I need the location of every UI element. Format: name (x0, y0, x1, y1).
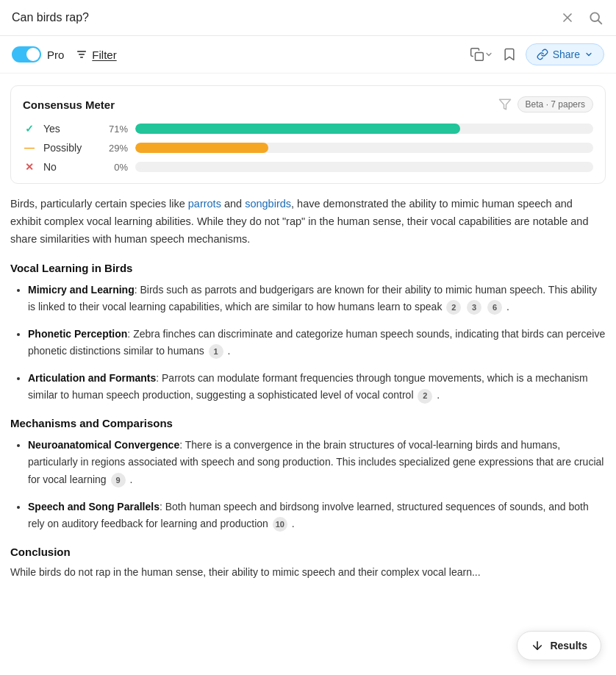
cite-badge[interactable]: 3 (467, 300, 481, 315)
answer-text: Birds, particularly certain species like… (10, 196, 606, 249)
songbirds-link[interactable]: songbirds (245, 198, 291, 210)
possibly-bar-fill (135, 143, 268, 153)
clear-button[interactable] (559, 9, 576, 26)
consensus-title: Consensus Meter (23, 99, 115, 111)
bullet-bold: Mimicry and Learning (28, 284, 135, 296)
parrots-link[interactable]: parrots (188, 198, 221, 210)
section-heading-vocal: Vocal Learning in Birds (10, 262, 606, 274)
search-bar (0, 0, 616, 36)
list-item: Mimicry and Learning: Birds such as parr… (28, 282, 606, 315)
toolbar: Pro Filter (0, 36, 616, 74)
bullet-bold: Phonetic Perception (28, 328, 127, 340)
toolbar-left: Pro Filter (12, 46, 117, 63)
beta-badge: Beta · 7 papers (517, 96, 593, 113)
list-item: Neuroanatomical Convergence: There is a … (28, 437, 606, 488)
list-item: Speech and Song Parallels: Both human sp… (28, 499, 606, 532)
no-icon: ✕ (23, 161, 36, 173)
main-content: Consensus Meter Beta · 7 papers ✓ Yes 71… (0, 85, 616, 581)
bullet-bold: Neuroanatomical Convergence (28, 439, 179, 451)
consensus-header-right: Beta · 7 papers (498, 96, 593, 113)
content-body: Birds, particularly certain species like… (0, 196, 616, 581)
bookmark-icon (502, 47, 517, 62)
cite-badge[interactable]: 2 (446, 300, 461, 315)
bullet-bold: Articulation and Formants (28, 372, 156, 384)
conclusion-text: While birds do not rap in the human sens… (10, 564, 606, 581)
section-heading-mechanisms: Mechanisms and Comparisons (10, 417, 606, 429)
results-button[interactable]: Results (517, 631, 601, 660)
copy-chevron-icon (484, 50, 493, 59)
arrow-down-icon (531, 639, 544, 652)
meter-row-no: ✕ No 0% (23, 161, 593, 173)
cite-badge[interactable]: 9 (111, 473, 126, 488)
svg-line-3 (598, 21, 602, 24)
bullet-bold: Speech and Song Parallels (28, 501, 160, 512)
yes-pct: 71% (102, 124, 128, 135)
pro-toggle[interactable]: Pro (12, 46, 64, 63)
cite-badge[interactable]: 10 (273, 517, 287, 532)
list-item: Articulation and Formants: Parrots can m… (28, 370, 606, 404)
cite-badge[interactable]: 6 (487, 300, 502, 315)
meter-row-yes: ✓ Yes 71% (23, 123, 593, 135)
results-label: Results (550, 640, 587, 651)
cite-badge[interactable]: 2 (418, 389, 432, 404)
no-pct: 0% (102, 162, 128, 173)
search-input[interactable] (12, 11, 551, 24)
possibly-pct: 29% (102, 143, 128, 154)
filter-label: Filter (92, 49, 116, 61)
possibly-icon: — (23, 142, 36, 154)
close-icon (560, 10, 575, 25)
list-item: Phonetic Perception: Zebra finches can d… (28, 326, 606, 360)
cite-badge[interactable]: 1 (209, 344, 223, 359)
search-button[interactable] (587, 9, 604, 26)
bullet-list-mechanisms: Neuroanatomical Convergence: There is a … (10, 437, 606, 532)
consensus-meter: Consensus Meter Beta · 7 papers ✓ Yes 71… (10, 85, 606, 184)
possibly-bar-track (135, 143, 593, 153)
bookmark-button[interactable] (502, 47, 517, 62)
copy-icon (470, 47, 484, 62)
consensus-header: Consensus Meter Beta · 7 papers (23, 96, 593, 113)
yes-label: Yes (43, 123, 95, 135)
possibly-label: Possibly (43, 142, 95, 154)
bullet-list-vocal: Mimicry and Learning: Birds such as parr… (10, 282, 606, 404)
share-chevron-icon (584, 50, 593, 59)
copy-button[interactable] (470, 47, 493, 62)
search-bar-icons (559, 9, 604, 26)
yes-icon: ✓ (23, 123, 36, 135)
toggle-pill (12, 46, 41, 63)
pro-label: Pro (47, 49, 64, 61)
filter-button[interactable]: Filter (76, 49, 116, 61)
yes-bar-track (135, 124, 593, 134)
yes-bar-fill (135, 124, 460, 134)
svg-rect-7 (475, 53, 483, 61)
share-button[interactable]: Share (526, 43, 604, 65)
no-label: No (43, 161, 95, 173)
meter-row-possibly: — Possibly 29% (23, 142, 593, 154)
filter-icon (76, 49, 87, 60)
share-label: Share (553, 49, 580, 60)
toolbar-right: Share (470, 43, 604, 65)
no-bar-track (135, 162, 593, 172)
svg-marker-8 (499, 99, 510, 110)
filter-funnel-icon (498, 98, 512, 111)
conclusion-heading: Conclusion (10, 546, 606, 558)
search-icon (588, 10, 603, 25)
link-icon (537, 49, 548, 60)
